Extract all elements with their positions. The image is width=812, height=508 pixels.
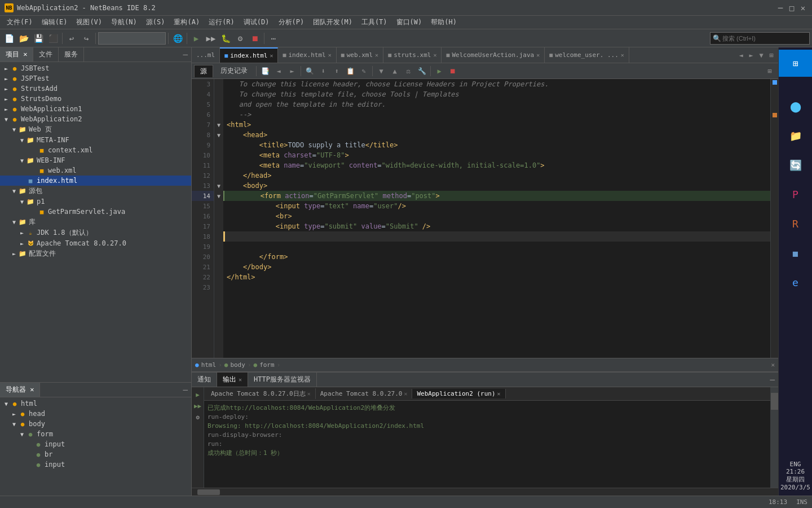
- tree-item-getparm[interactable]: ■ GetParmServlet.java: [0, 207, 191, 217]
- tab-index-html[interactable]: ■ index.html ✕: [220, 47, 278, 63]
- open-project-btn[interactable]: 📂: [17, 32, 30, 45]
- tab-welcomeaction-close[interactable]: ✕: [536, 52, 540, 58]
- search-input[interactable]: [722, 35, 807, 42]
- tree-item-webapp1[interactable]: ► ● WebApplication1: [0, 104, 191, 114]
- ed-btn-prev[interactable]: ◄: [272, 65, 285, 77]
- ed-btn-searchprev[interactable]: ⬆: [330, 65, 343, 77]
- ed-btn-searchnext[interactable]: ⬇: [317, 65, 329, 77]
- ed-btn-find[interactable]: 📋: [344, 65, 356, 77]
- taskbar-rider[interactable]: R: [782, 210, 809, 237]
- tree-item-metainf[interactable]: ▼ 📁 META-INF: [0, 135, 191, 145]
- tree-item-jsptest[interactable]: ► ● JSPTest: [0, 73, 191, 84]
- menu-source[interactable]: 源(S): [142, 16, 170, 28]
- ed-btn-search[interactable]: 🔍: [303, 65, 316, 77]
- log-run2-btn[interactable]: ▶▶: [193, 401, 203, 411]
- log-run-btn[interactable]: ▶: [193, 389, 203, 400]
- ed-btn-toggle1[interactable]: ▼: [375, 65, 387, 77]
- nav-close-button[interactable]: ─: [180, 386, 191, 395]
- close-button[interactable]: ✕: [798, 3, 807, 12]
- taskbar-refresh[interactable]: 🔄: [782, 151, 809, 178]
- code-content[interactable]: To change this license header, choose Li…: [223, 79, 770, 358]
- tree-item-strutsadd[interactable]: ► ● StrutsAdd: [0, 84, 191, 94]
- log-tab-tomcat-close[interactable]: ✕: [404, 391, 407, 397]
- fold-13[interactable]: ▼: [214, 181, 223, 191]
- log-tab-tomcat-log[interactable]: Apache Tomcat 8.0.27.0日志 ✕: [206, 388, 316, 399]
- bottom-tab-notice[interactable]: 通知: [192, 373, 217, 387]
- log-tab-run[interactable]: WebApplication2 (run) ✕: [412, 389, 505, 398]
- ed-btn-toggle-bookmarks[interactable]: 📑: [259, 65, 271, 77]
- ed-tab-history[interactable]: 历史记录: [214, 64, 254, 77]
- taskbar-cube[interactable]: ◼: [782, 239, 809, 266]
- tree-item-p1[interactable]: ▼ 📁 p1: [0, 196, 191, 207]
- menu-run[interactable]: 运行(R): [204, 16, 239, 28]
- nav-item-br[interactable]: ● br: [0, 449, 191, 459]
- log-tab-run-close[interactable]: ✕: [497, 391, 501, 397]
- tree-item-jdk[interactable]: ► ☕ JDK 1.8（默认）: [0, 227, 191, 238]
- tree-item-tomcat[interactable]: ► 🐱 Apache Tomcat 8.0.27.0: [0, 238, 191, 248]
- taskbar-ie[interactable]: e: [782, 269, 809, 296]
- ed-btn-next[interactable]: ►: [286, 65, 298, 77]
- breadcrumb-body[interactable]: body: [230, 361, 245, 369]
- breadcrumb-form[interactable]: form: [259, 361, 275, 369]
- save-all-btn[interactable]: ⬛: [46, 32, 60, 45]
- tab-navigator[interactable]: 导航器 ✕: [0, 383, 40, 397]
- nav-item-head[interactable]: ► ● head: [0, 409, 191, 419]
- tree-item-webxml[interactable]: ■ web.xml: [0, 165, 191, 176]
- ed-btn-stop[interactable]: ⏹: [447, 65, 459, 77]
- tab-index-html2-close[interactable]: ✕: [328, 52, 332, 58]
- nav-item-input2[interactable]: ● input: [0, 459, 191, 470]
- breadcrumb-html[interactable]: html: [201, 361, 217, 369]
- minimize-button[interactable]: ─: [776, 3, 785, 12]
- undo-btn[interactable]: ↩: [65, 32, 78, 45]
- tab-projects[interactable]: 项目 ✕: [0, 47, 33, 62]
- tab-nav-menu[interactable]: ▼: [757, 51, 766, 60]
- log-tab-tomcat[interactable]: Apache Tomcat 8.0.27.0 ✕: [316, 389, 413, 398]
- tab-webxml[interactable]: ■ web.xml ✕: [337, 47, 383, 63]
- tree-item-webinf[interactable]: ▼ 📁 WEB-INF: [0, 155, 191, 165]
- profile-btn[interactable]: ⚙: [233, 32, 247, 45]
- menu-analyze[interactable]: 分析(P): [274, 16, 309, 28]
- log-tab-tomcat-log-close[interactable]: ✕: [307, 391, 311, 397]
- debug-btn[interactable]: 🐛: [219, 32, 232, 45]
- tab-webxml-close[interactable]: ✕: [375, 52, 378, 58]
- tree-item-webpages[interactable]: ▼ 📁 Web 页: [0, 124, 191, 135]
- stop-btn[interactable]: ⏹: [248, 32, 262, 45]
- tab-index-html-close[interactable]: ✕: [270, 52, 273, 59]
- maximize-button[interactable]: □: [787, 3, 796, 12]
- debug-run-btn[interactable]: ▶▶: [204, 32, 218, 45]
- bottom-tab-output[interactable]: 输出 ✕: [217, 373, 248, 387]
- ed-btn-toggle2[interactable]: ▲: [389, 65, 401, 77]
- tree-item-sourcepkg[interactable]: ▼ 📁 源包: [0, 186, 191, 196]
- bottom-hscroll[interactable]: [192, 488, 778, 496]
- save-btn[interactable]: 💾: [32, 32, 45, 45]
- taskbar-chrome[interactable]: ⬤: [782, 93, 809, 120]
- ed-btn-run[interactable]: ▶: [433, 65, 445, 77]
- log-scroll-gutter[interactable]: [770, 387, 778, 488]
- start-button[interactable]: ⊞: [779, 50, 813, 77]
- nav-item-body[interactable]: ▼ ● body: [0, 419, 191, 429]
- tab-files[interactable]: 文件: [33, 47, 59, 62]
- ed-btn-replace[interactable]: ✎: [358, 65, 370, 77]
- tree-item-libs[interactable]: ▼ 📁 库: [0, 217, 191, 227]
- tab-services[interactable]: 服务: [59, 47, 84, 62]
- nav-item-html[interactable]: ▼ ● html: [0, 398, 191, 409]
- menu-file[interactable]: 文件(F): [2, 16, 37, 28]
- menu-debug[interactable]: 调试(D): [239, 16, 274, 28]
- tab-nav-left[interactable]: ◄: [736, 51, 745, 60]
- more-btn[interactable]: ⋯: [267, 32, 280, 45]
- fold-14[interactable]: ▼: [214, 191, 223, 201]
- tree-item-config[interactable]: ► 📁 配置文件: [0, 248, 191, 259]
- tree-item-strutsdemo[interactable]: ► ● StrutsDemo: [0, 94, 191, 104]
- tab-ml[interactable]: ...ml: [192, 47, 220, 63]
- tab-welcomeuser-close[interactable]: ✕: [621, 52, 624, 58]
- ed-btn-diff[interactable]: ⚖: [402, 65, 414, 77]
- menu-window[interactable]: 窗口(W): [392, 16, 427, 28]
- tab-welcomeaction[interactable]: ■ WelcomeUserAction.java ✕: [442, 47, 545, 63]
- tree-item-webapp2[interactable]: ▼ ● WebApplication2: [0, 114, 191, 124]
- menu-refactor[interactable]: 重构(A): [169, 16, 204, 28]
- tab-nav-right[interactable]: ►: [747, 51, 756, 60]
- bottom-tab-output-close[interactable]: ✕: [239, 376, 242, 383]
- location-bar[interactable]: [98, 32, 166, 45]
- bottom-tab-http[interactable]: HTTP服务器监视器: [248, 373, 317, 387]
- breadcrumb-close[interactable]: ✕: [771, 361, 775, 369]
